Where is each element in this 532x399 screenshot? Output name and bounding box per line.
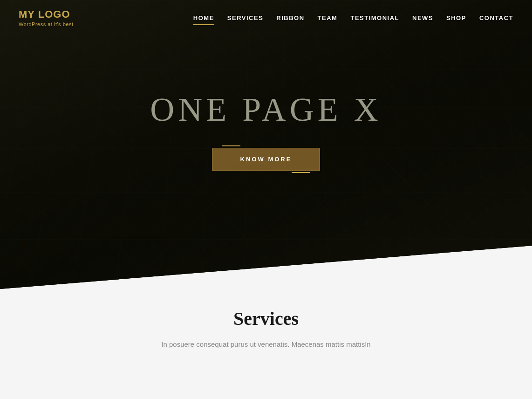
nav-testimonial[interactable]: TESTIMONIAL xyxy=(350,13,399,23)
nav-contact[interactable]: CONTACT xyxy=(479,13,513,23)
services-section: Services In posuere consequat purus ut v… xyxy=(0,270,532,378)
logo-subtitle: WordPress at it's best xyxy=(19,21,73,27)
nav-news[interactable]: NEWS xyxy=(412,13,433,23)
nav-home[interactable]: HOME xyxy=(193,13,214,23)
hero-section: ONE PAGE X KNOW MORE xyxy=(0,0,532,289)
hero-title: ONE PAGE X xyxy=(150,90,382,129)
nav-team[interactable]: TEAM xyxy=(318,13,338,23)
logo-title: MY LOGO xyxy=(19,8,73,21)
main-nav: HOME SERVICES RIBBON TEAM TESTIMONIAL NE… xyxy=(193,13,513,23)
know-more-button[interactable]: KNOW MORE xyxy=(212,148,321,171)
logo-block: MY LOGO WordPress at it's best xyxy=(19,8,73,27)
nav-ribbon[interactable]: RIBBON xyxy=(276,13,304,23)
services-title: Services xyxy=(19,308,513,330)
nav-services[interactable]: SERVICES xyxy=(227,13,264,23)
header: MY LOGO WordPress at it's best HOME SERV… xyxy=(0,0,532,35)
hero-content: ONE PAGE X KNOW MORE xyxy=(0,0,532,289)
services-subtitle: In posuere consequat purus ut venenatis.… xyxy=(126,339,406,350)
nav-shop[interactable]: SHOP xyxy=(446,13,466,23)
